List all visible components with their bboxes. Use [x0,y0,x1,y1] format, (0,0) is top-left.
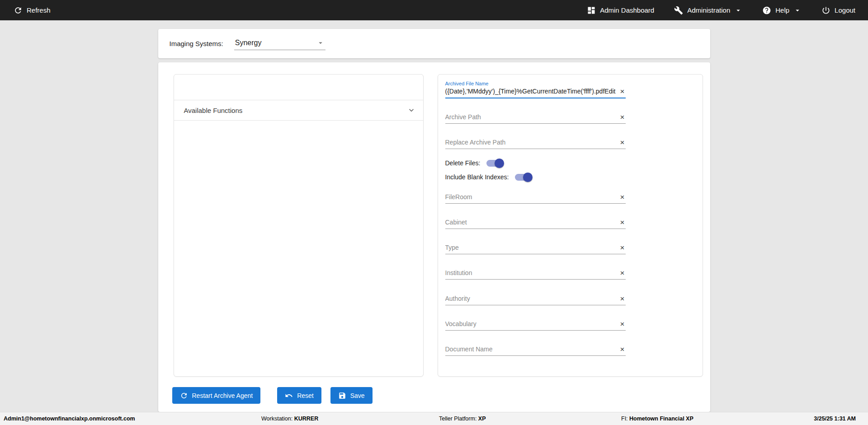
cabinet-input[interactable] [445,219,616,229]
wrench-icon [674,6,683,15]
administration-label: Administration [687,6,730,14]
document-name-field: × [445,346,626,356]
clear-icon[interactable]: × [616,320,626,330]
clear-icon[interactable]: × [616,193,626,203]
archive-form-panel: Archived File Name × × × [438,74,703,377]
fileroom-field: × [445,193,626,204]
imaging-system-selected-value: Synergy [235,39,262,47]
replace-archive-path-field: × [445,139,626,149]
save-label: Save [350,392,365,399]
clear-icon[interactable]: × [616,139,626,149]
include-blank-indexes-row: Include Blank Indexes: [445,173,532,181]
authority-input[interactable] [445,295,616,305]
delete-files-toggle[interactable] [486,160,503,167]
available-functions-expander[interactable]: Available Functions [174,100,423,121]
imaging-systems-label: Imaging Systems: [170,40,223,47]
archived-file-name-input[interactable] [445,88,616,98]
functions-panel-header [174,75,423,100]
archived-file-name-label: Archived File Name [445,81,626,86]
fi-label: FI: [621,416,628,422]
toggle-knob [495,159,504,168]
administration-menu[interactable]: Administration [674,6,742,15]
fileroom-input[interactable] [445,193,616,203]
archive-path-input[interactable] [445,113,616,123]
archive-path-field: × [445,113,626,124]
clear-icon[interactable]: × [616,219,626,229]
workstation-value: KURRER [294,416,318,422]
reset-label: Reset [297,392,314,399]
vocabulary-input[interactable] [445,320,616,330]
restart-archive-agent-button[interactable]: Restart Archive Agent [172,387,261,404]
vocabulary-field: × [445,320,626,331]
toggle-knob [523,173,533,182]
clear-icon[interactable]: × [616,269,626,279]
delete-files-label: Delete Files: [445,159,481,167]
action-buttons-row: Restart Archive Agent Reset Save [172,387,373,404]
help-icon [762,6,771,15]
available-functions-label: Available Functions [184,107,243,114]
replace-archive-path-input[interactable] [445,139,616,149]
save-button[interactable]: Save [330,387,373,404]
content-container: Imaging Systems: Synergy Available Funct… [158,29,710,412]
refresh-icon [14,6,23,15]
dropdown-arrow-icon [316,39,325,47]
refresh-button[interactable]: Refresh [14,6,51,15]
undo-icon [285,392,293,400]
financial-institution-status: FI: Hometown Financial XP [621,416,693,422]
save-icon [338,392,346,400]
include-blank-indexes-label: Include Blank Indexes: [445,173,509,181]
top-navigation-bar: Refresh Admin Dashboard Administration H… [0,0,868,20]
delete-files-row: Delete Files: [445,159,504,167]
fi-value: Hometown Financial XP [629,416,693,422]
logged-in-user: Admin1@hometownfinancialxp.onmicrosoft.c… [4,416,135,422]
topbar-left: Refresh [14,6,51,15]
authority-field: × [445,295,626,305]
help-menu[interactable]: Help [762,6,802,15]
imaging-systems-card: Imaging Systems: Synergy [158,29,710,58]
teller-platform-value: XP [478,416,486,422]
clear-icon[interactable]: × [616,113,626,123]
institution-field: × [445,269,626,280]
page-content: Imaging Systems: Synergy Available Funct… [0,20,868,412]
logout-button[interactable]: Logout [821,6,855,15]
status-bar: Admin1@hometownfinancialxp.onmicrosoft.c… [0,412,868,425]
help-label: Help [775,6,789,14]
clear-icon[interactable]: × [616,295,626,305]
type-input[interactable] [445,244,616,254]
admin-dashboard-label: Admin Dashboard [600,6,654,14]
document-name-input[interactable] [445,346,616,355]
workstation-status: Workstation: KURRER [261,416,318,422]
refresh-label: Refresh [27,6,51,14]
teller-platform-label: Teller Platform: [439,416,476,422]
datetime-display: 3/25/25 1:31 AM [814,416,856,422]
include-blank-indexes-toggle[interactable] [515,174,532,181]
institution-input[interactable] [445,269,616,279]
chevron-down-icon [734,6,742,14]
chevron-down-icon [793,6,802,14]
archive-settings-card: Available Functions Archived File Name × [158,62,710,412]
type-field: × [445,244,626,254]
topbar-right: Admin Dashboard Administration Help L [587,6,855,15]
restart-archive-agent-label: Restart Archive Agent [192,392,253,399]
imaging-system-select[interactable]: Synergy [234,37,326,50]
logout-label: Logout [835,6,855,14]
dashboard-icon [587,6,596,15]
archived-file-name-field: Archived File Name × [445,81,626,98]
teller-platform-status: Teller Platform: XP [439,416,486,422]
clear-icon[interactable]: × [616,88,626,98]
refresh-icon [180,392,188,400]
functions-panel: Available Functions [174,74,424,377]
clear-icon[interactable]: × [616,244,626,254]
cabinet-field: × [445,219,626,229]
admin-dashboard-button[interactable]: Admin Dashboard [587,6,654,15]
power-icon [821,6,830,15]
workstation-label: Workstation: [261,416,292,422]
reset-button[interactable]: Reset [277,387,321,404]
clear-icon[interactable]: × [616,346,626,355]
chevron-down-icon [407,106,416,115]
